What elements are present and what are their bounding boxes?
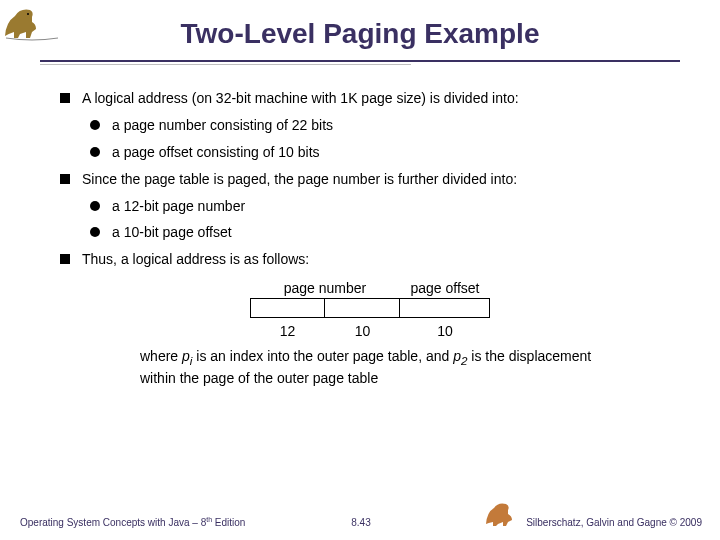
text: is an index into the outer page table, a…: [192, 348, 453, 364]
title-rule: [40, 60, 680, 62]
bits-d: 10: [400, 322, 490, 341]
svg-point-0: [27, 13, 29, 15]
slide: Two-Level Paging Example A logical addre…: [0, 0, 720, 540]
copyright-icon: ©: [670, 517, 677, 528]
bullet-level2: a page number consisting of 22 bits: [90, 116, 680, 135]
footer-left: Operating System Concepts with Java – 8t…: [20, 516, 245, 528]
circle-bullet-icon: [90, 147, 100, 157]
var-p: p: [453, 348, 461, 364]
bullet-text: a page offset consisting of 10 bits: [112, 143, 320, 162]
cell-d: [400, 298, 490, 318]
footer-authors: Silberschatz, Galvin and Gagne © 2009: [526, 517, 702, 528]
explanation-text: where pi is an index into the outer page…: [140, 347, 600, 387]
header-page-number: page number: [250, 279, 400, 298]
bullet-level1: Since the page table is paged, the page …: [60, 170, 680, 189]
bullet-text: a 10-bit page offset: [112, 223, 232, 242]
bits-p2: 10: [325, 322, 400, 341]
content-area: A logical address (on 32-bit machine wit…: [40, 89, 680, 387]
address-table: page number page offset 12 10 10: [60, 279, 680, 341]
bullet-level2: a page offset consisting of 10 bits: [90, 143, 680, 162]
bits-p1: 12: [250, 322, 325, 341]
slide-title: Two-Level Paging Example: [40, 18, 680, 50]
circle-bullet-icon: [90, 120, 100, 130]
authors-text: Silberschatz, Galvin and Gagne: [526, 517, 669, 528]
year: 2009: [680, 517, 702, 528]
dinosaur-icon: [2, 2, 62, 46]
bullet-text: Since the page table is paged, the page …: [82, 170, 517, 189]
square-bullet-icon: [60, 93, 70, 103]
bullet-text: A logical address (on 32-bit machine wit…: [82, 89, 519, 108]
circle-bullet-icon: [90, 227, 100, 237]
footer-right: Silberschatz, Galvin and Gagne © 2009: [484, 498, 702, 528]
bullet-text: Thus, a logical address is as follows:: [82, 250, 309, 269]
edition-label: Edition: [212, 517, 245, 528]
table-header-row: page number page offset: [250, 279, 490, 298]
bullet-text: a 12-bit page number: [112, 197, 245, 216]
header-page-offset: page offset: [400, 279, 490, 298]
square-bullet-icon: [60, 254, 70, 264]
bullet-level2: a 12-bit page number: [90, 197, 680, 216]
var-p: p: [182, 348, 190, 364]
square-bullet-icon: [60, 174, 70, 184]
footer-page-number: 8.43: [351, 517, 370, 528]
dinosaur-icon: [484, 498, 518, 528]
footer: Operating System Concepts with Java – 8t…: [20, 498, 702, 528]
text: where: [140, 348, 182, 364]
table-cells: [250, 298, 490, 318]
bullet-level1: Thus, a logical address is as follows:: [60, 250, 680, 269]
bullet-text: a page number consisting of 22 bits: [112, 116, 333, 135]
cell-p1: [250, 298, 325, 318]
bullet-level1: A logical address (on 32-bit machine wit…: [60, 89, 680, 108]
bullet-level2: a 10-bit page offset: [90, 223, 680, 242]
title-subrule: [40, 64, 411, 65]
circle-bullet-icon: [90, 201, 100, 211]
cell-p2: [325, 298, 400, 318]
table-bit-widths: 12 10 10: [250, 322, 490, 341]
book-title: Operating System Concepts with Java – 8: [20, 517, 206, 528]
